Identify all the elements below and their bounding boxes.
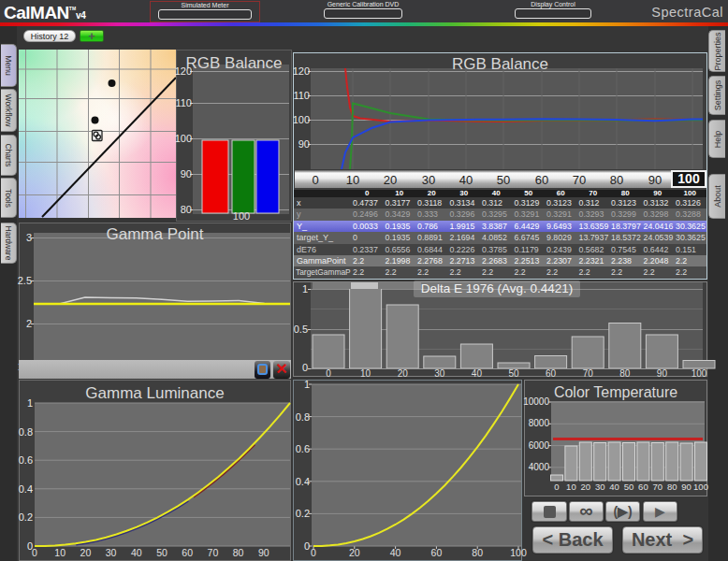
svg-text:90: 90 (298, 138, 310, 150)
svg-text:60: 60 (182, 547, 193, 558)
svg-text:0.6: 0.6 (19, 454, 33, 466)
svg-text:60: 60 (638, 482, 648, 492)
svg-text:40: 40 (609, 482, 619, 492)
svg-text:4000: 4000 (529, 462, 550, 472)
svg-text:10: 10 (566, 482, 576, 492)
svg-text:90: 90 (657, 368, 668, 379)
svg-text:0.5: 0.5 (294, 324, 308, 335)
svg-text:8000: 8000 (529, 418, 550, 428)
svg-text:100: 100 (510, 547, 527, 558)
svg-text:40: 40 (472, 368, 483, 379)
svg-text:100: 100 (293, 114, 310, 125)
svg-text:0.8: 0.8 (296, 411, 310, 423)
svg-text:100: 100 (693, 482, 708, 492)
svg-text:30: 30 (106, 547, 117, 558)
svg-text:80: 80 (619, 368, 631, 379)
svg-text:20: 20 (349, 547, 360, 558)
svg-text:20: 20 (398, 368, 409, 379)
svg-text:50: 50 (508, 368, 519, 379)
svg-text:100: 100 (175, 133, 192, 144)
svg-text:30: 30 (595, 482, 605, 492)
svg-text:50: 50 (624, 482, 634, 492)
svg-text:1: 1 (302, 283, 308, 295)
svg-text:10: 10 (360, 368, 371, 379)
svg-text:0: 0 (326, 368, 331, 379)
svg-text:90: 90 (681, 482, 692, 492)
svg-text:2.5: 2.5 (18, 275, 32, 286)
svg-text:90: 90 (181, 168, 192, 180)
svg-text:30: 30 (434, 368, 445, 379)
svg-text:0: 0 (311, 547, 316, 558)
svg-text:80: 80 (667, 482, 677, 492)
svg-text:0: 0 (304, 540, 310, 552)
svg-text:70: 70 (583, 368, 594, 379)
svg-text:20: 20 (80, 547, 92, 558)
svg-text:0: 0 (554, 482, 559, 492)
svg-text:90: 90 (258, 547, 269, 558)
svg-text:40: 40 (131, 547, 142, 558)
svg-text:110: 110 (293, 90, 310, 101)
svg-text:0.6: 0.6 (296, 443, 310, 454)
svg-text:0: 0 (302, 362, 308, 373)
svg-text:0.2: 0.2 (296, 508, 310, 519)
svg-text:40: 40 (390, 547, 401, 558)
svg-text:60: 60 (546, 368, 557, 379)
svg-text:70: 70 (208, 547, 219, 558)
svg-text:80: 80 (181, 204, 192, 215)
svg-text:0.4: 0.4 (296, 476, 310, 487)
svg-text:20: 20 (581, 482, 591, 492)
svg-text:60: 60 (431, 547, 443, 558)
svg-text:0.2: 0.2 (19, 511, 33, 523)
svg-text:1: 1 (304, 379, 310, 390)
svg-text:0.8: 0.8 (19, 426, 33, 438)
svg-text:70: 70 (653, 482, 663, 492)
svg-text:0: 0 (32, 547, 37, 558)
svg-text:50: 50 (156, 547, 167, 558)
svg-text:110: 110 (175, 97, 192, 108)
svg-text:10: 10 (54, 547, 66, 558)
svg-text:100: 100 (692, 368, 707, 379)
svg-text:2: 2 (26, 318, 32, 329)
svg-text:80: 80 (472, 547, 483, 558)
svg-text:100: 100 (233, 210, 250, 222)
svg-text:0.4: 0.4 (19, 483, 33, 495)
svg-text:6000: 6000 (529, 440, 550, 451)
svg-text:80: 80 (233, 547, 244, 558)
